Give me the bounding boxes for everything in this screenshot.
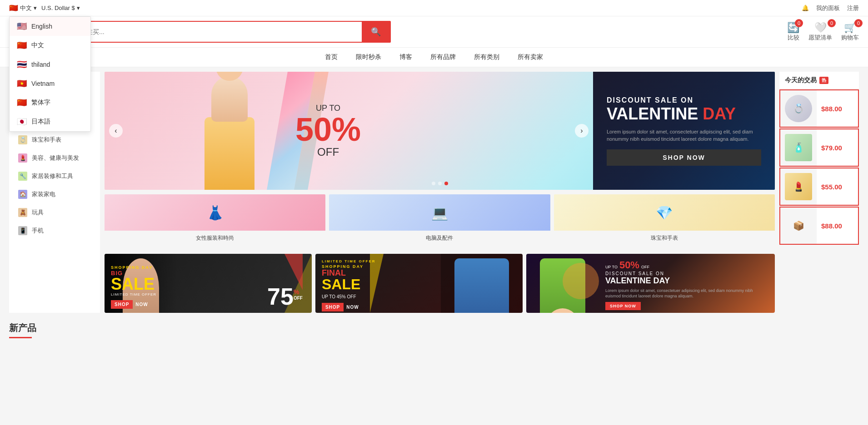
- nav-blog[interactable]: 博客: [399, 53, 412, 61]
- lang-option-vietnam[interactable]: 🇻🇳 Vietnam: [10, 74, 90, 93]
- vietnam-flag-icon: 🇻🇳: [17, 79, 27, 89]
- lang-option-thailand[interactable]: 🇹🇭 thiland: [10, 55, 90, 74]
- promo-1-75: 75: [267, 285, 294, 308]
- hero-day-label: DAY: [703, 104, 736, 124]
- womens-fashion-label: 女性服装和時尚: [196, 234, 234, 242]
- search-bar: 🔍: [73, 21, 391, 43]
- promo-3-content: UP TO 50% OFF DISCOUNT SALE ON VALENTINE…: [599, 254, 775, 313]
- promo-2-content: LIMITED TIME OFFER SHOPPING DAY FINAL SA…: [315, 254, 523, 313]
- trad-chinese-label: 繁体字: [31, 99, 50, 107]
- top-bar-left: 🇨🇳 中文 ▾ U.S. Dollar $ ▾: [9, 4, 80, 12]
- lang-option-traditional-chinese[interactable]: 🇨🇳 繁体字: [10, 93, 90, 112]
- japanese-flag-icon: 🇯🇵: [17, 117, 27, 127]
- deal-card-2[interactable]: 🧴 $79.00: [779, 128, 859, 167]
- promo-2-limited-label: LIMITED TIME OFFER: [322, 259, 516, 263]
- center-content: UP TO 50% OFF DISCOUNT SALE ON VALENTINE…: [105, 72, 775, 313]
- deal-card-1[interactable]: 💍 $88.00: [779, 89, 859, 128]
- deals-header: 今天的交易 热: [779, 72, 859, 89]
- hero-description: Lorem ipsum dolor sit amet, consectetuer…: [607, 128, 761, 143]
- sidebar-item-appliances[interactable]: 🏠 家装家电: [9, 185, 100, 203]
- deal-4-price: $88.00: [817, 222, 847, 230]
- promo-3-description: Lorem ipsum dolor sit amet, consectetuer…: [605, 288, 768, 299]
- cart-label: 购物车: [841, 34, 859, 42]
- sidebar-phones-label: 手机: [32, 227, 44, 235]
- category-card-womens-fashion[interactable]: 👗 女性服装和時尚: [105, 194, 325, 247]
- promo-3-discount-label: DISCOUNT SALE ON: [605, 271, 768, 276]
- promo-2-upto: UP TO 45% OFF: [322, 294, 516, 299]
- category-card-computers[interactable]: 💻 电脑及配件: [329, 194, 550, 247]
- language-dropdown: 🇺🇸 English 🇨🇳 中文 🇹🇭 thiland 🇻🇳 Vietnam 🇨…: [9, 16, 91, 132]
- banner-dot-2[interactable]: [438, 182, 442, 185]
- search-button[interactable]: 🔍: [362, 22, 390, 42]
- lang-option-japanese[interactable]: 🇯🇵 日本語: [10, 112, 90, 131]
- compare-button[interactable]: 🔄 0 比较: [787, 22, 799, 42]
- hero-shop-now-button[interactable]: SHOP NOW: [607, 149, 761, 166]
- vietnam-label: Vietnam: [31, 80, 55, 87]
- promo-2-now-label: NOW: [346, 305, 359, 310]
- lang-option-english[interactable]: 🇺🇸 English: [10, 17, 90, 36]
- dashboard-link[interactable]: 我的面板: [816, 4, 840, 12]
- sidebar-item-home-improvement[interactable]: 🔧 家居装修和工具: [9, 167, 100, 185]
- deal-4-image: 📦: [780, 208, 817, 244]
- nav-categories[interactable]: 所有类别: [474, 53, 499, 61]
- promo-3-percent: 50%: [619, 259, 639, 271]
- lang-option-chinese[interactable]: 🇨🇳 中文: [10, 36, 90, 55]
- lang-label: 中文: [20, 4, 32, 12]
- promo-2-shopnow-group: SHOP NOW: [322, 303, 516, 311]
- wishlist-icon: 🤍: [814, 22, 827, 34]
- banner-prev-button[interactable]: ‹: [109, 124, 123, 138]
- promo-3-circle: [563, 263, 599, 299]
- promo-1-percent-sign: %: [294, 288, 303, 296]
- category-card-jewelry[interactable]: 💎 珠宝和手表: [554, 194, 775, 247]
- banner-dot-1[interactable]: [432, 182, 435, 185]
- hero-sale-text: UP TO 50% OFF: [295, 104, 361, 158]
- cart-button[interactable]: 🛒 0 购物车: [841, 22, 859, 42]
- deal-card-4[interactable]: 📦 $88.00: [779, 207, 859, 245]
- promo-1-shopping-day: SHOPPING DAY: [111, 263, 305, 270]
- sidebar-item-jewelry[interactable]: 💍 珠宝和手表: [9, 131, 100, 149]
- nav-flash-sale[interactable]: 限时秒杀: [356, 53, 381, 61]
- promo-1-off-label: OFF: [294, 296, 303, 301]
- promo-3-shop-now-button[interactable]: SHOP NOW: [605, 302, 641, 310]
- nav-brands[interactable]: 所有品牌: [430, 53, 456, 61]
- wishlist-button[interactable]: 🤍 0 愿望清单: [808, 22, 832, 42]
- top-bar: 🇨🇳 中文 ▾ U.S. Dollar $ ▾ 🔔 我的面板 注册 🇺🇸 Eng…: [0, 0, 868, 16]
- currency-chevron-icon: ▾: [77, 5, 80, 11]
- wishlist-label: 愿望清单: [808, 34, 832, 42]
- promo-1-off-group: % OFF: [294, 285, 303, 301]
- nav-sellers[interactable]: 所有卖家: [518, 53, 543, 61]
- toys-icon: 🧸: [18, 208, 27, 217]
- language-selector[interactable]: 🇨🇳 中文 ▾: [9, 4, 37, 12]
- jewelry-image: 💎: [554, 194, 775, 231]
- promo-banner-final-sale[interactable]: LIMITED TIME OFFER SHOPPING DAY FINAL SA…: [315, 254, 523, 313]
- banner-dot-3[interactable]: [444, 182, 448, 185]
- compare-badge: 0: [795, 19, 803, 27]
- promo-3-percent-group: UP TO 50% OFF: [605, 259, 768, 271]
- promo-banner-valentine[interactable]: UP TO 50% OFF DISCOUNT SALE ON VALENTINE…: [526, 254, 775, 313]
- currency-selector[interactable]: U.S. Dollar $ ▾: [41, 5, 80, 11]
- sidebar-item-beauty[interactable]: 💄 美容、健康与美发: [9, 149, 100, 167]
- deal-1-image: 💍: [780, 90, 817, 127]
- sidebar-jewelry-label: 珠宝和手表: [32, 136, 61, 144]
- cart-badge: 0: [854, 19, 863, 27]
- bell-icon[interactable]: 🔔: [802, 5, 809, 11]
- deal-3-image: 💄: [780, 168, 817, 205]
- search-input[interactable]: [74, 24, 362, 40]
- deal-card-3[interactable]: 💄 $55.00: [779, 168, 859, 206]
- sidebar-item-toys[interactable]: 🧸 玩具: [9, 203, 100, 222]
- register-link[interactable]: 注册: [847, 4, 859, 12]
- hero-right-panel: DISCOUNT SALE ON VALENTINE DAY Lorem ips…: [593, 72, 775, 190]
- trad-chinese-flag-icon: 🇨🇳: [17, 98, 27, 108]
- sidebar-item-phones[interactable]: 📱 手机: [9, 222, 100, 240]
- sidebar-home-improvement-label: 家居装修和工具: [32, 172, 73, 180]
- promo-1-percent-group: 75 % OFF: [267, 285, 303, 308]
- english-flag-icon: 🇺🇸: [17, 21, 27, 31]
- lang-chevron-icon: ▾: [34, 5, 37, 11]
- phones-icon: 📱: [18, 226, 27, 235]
- chinese-flag-icon: 🇨🇳: [17, 40, 27, 50]
- deal-2-image: 🧴: [780, 129, 817, 166]
- nav-home[interactable]: 首页: [325, 53, 338, 61]
- banner-next-button[interactable]: ›: [575, 124, 589, 138]
- promo-banner-big-sale[interactable]: SHOPPING DAY BIG SALE LIMITED TIME OFFER…: [105, 254, 312, 313]
- top-bar-right: 🔔 我的面板 注册: [802, 4, 859, 12]
